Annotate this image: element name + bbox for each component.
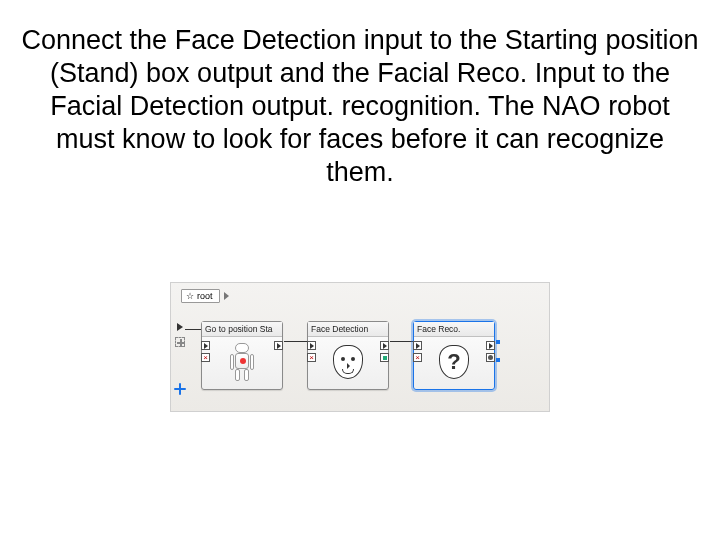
node-output-ports bbox=[486, 341, 495, 362]
port-recognized-icon[interactable] bbox=[486, 353, 495, 362]
selection-handles bbox=[496, 340, 500, 362]
node-go-to-position[interactable]: Go to position Sta bbox=[201, 321, 283, 390]
port-onstart-icon[interactable] bbox=[307, 341, 316, 350]
node-face-reco[interactable]: Face Reco. ? bbox=[413, 321, 495, 390]
flow-canvas: ☆ root Go to position Sta bbox=[171, 283, 549, 411]
node-output-ports bbox=[274, 341, 283, 350]
port-facedetected-icon[interactable] bbox=[380, 353, 389, 362]
node-output-ports bbox=[380, 341, 389, 362]
port-onstop-icon[interactable] bbox=[307, 353, 316, 362]
add-box-icon[interactable] bbox=[174, 383, 186, 395]
breadcrumb: ☆ root bbox=[181, 289, 229, 303]
breadcrumb-root[interactable]: ☆ root bbox=[181, 289, 220, 303]
instruction-paragraph: Connect the Face Detection input to the … bbox=[20, 24, 700, 189]
node-title: Face Detection bbox=[308, 322, 388, 337]
port-onstop-icon[interactable] bbox=[413, 353, 422, 362]
node-input-ports bbox=[413, 341, 422, 362]
breadcrumb-root-label: root bbox=[197, 291, 213, 301]
node-input-ports bbox=[307, 341, 316, 362]
port-onstopped-icon[interactable] bbox=[380, 341, 389, 350]
robot-icon bbox=[228, 343, 256, 383]
port-onstop-icon[interactable] bbox=[201, 353, 210, 362]
stickfigure-icon: ☆ bbox=[186, 291, 194, 301]
canvas-left-gutter bbox=[173, 323, 187, 395]
node-face-detection[interactable]: Face Detection bbox=[307, 321, 389, 390]
port-onstopped-icon[interactable] bbox=[274, 341, 283, 350]
flow-row: Go to position Sta bbox=[201, 321, 495, 390]
choregraphe-screenshot: ☆ root Go to position Sta bbox=[170, 282, 550, 412]
face-icon bbox=[331, 343, 365, 383]
play-start-icon[interactable] bbox=[177, 323, 183, 331]
face-unknown-icon: ? bbox=[437, 343, 471, 383]
add-placeholder-icon[interactable] bbox=[175, 337, 185, 347]
node-title: Go to position Sta bbox=[202, 322, 282, 337]
port-onstart-icon[interactable] bbox=[201, 341, 210, 350]
port-onstopped-icon[interactable] bbox=[486, 341, 495, 350]
port-onstart-icon[interactable] bbox=[413, 341, 422, 350]
chevron-right-icon bbox=[224, 292, 229, 300]
node-title: Face Reco. bbox=[414, 322, 494, 337]
node-input-ports bbox=[201, 341, 210, 362]
